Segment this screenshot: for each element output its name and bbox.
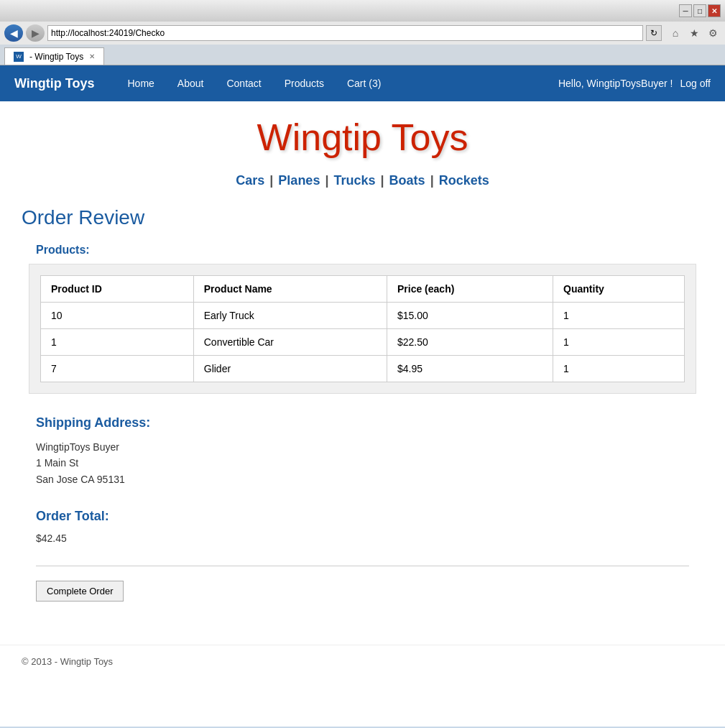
shipping-city: San Jose CA 95131 [36, 471, 689, 487]
order-review-title: Order Review [22, 206, 703, 229]
tabs-row: W - Wingtip Toys ✕ [0, 45, 725, 65]
footer-text: © 2013 - Wingtip Toys [22, 656, 113, 667]
navbar-nav: Home About Contact Products Cart (3) [116, 68, 393, 99]
order-total-section: Order Total: $42.45 [22, 502, 703, 558]
tab-title: - Wingtip Toys [29, 52, 83, 62]
close-button[interactable]: ✕ [708, 4, 721, 17]
nav-cart[interactable]: Cart (3) [336, 68, 392, 99]
sep-1: | [269, 173, 273, 188]
row3-id: 7 [41, 356, 194, 382]
row3-name: Glider [193, 356, 387, 382]
products-table-body: 10 Early Truck $15.00 1 1 Convertible Ca… [41, 303, 685, 382]
category-nav: Cars | Planes | Trucks | Boats | Rockets [0, 166, 725, 199]
row2-name: Convertible Car [193, 329, 387, 356]
browser-tab[interactable]: W - Wingtip Toys ✕ [4, 47, 104, 65]
products-table-wrapper: Product ID Product Name Price (each) Qua… [29, 264, 696, 394]
products-table-head: Product ID Product Name Price (each) Qua… [41, 276, 685, 303]
back-button[interactable]: ◀ [4, 24, 23, 42]
complete-order-section: Complete Order [22, 581, 703, 623]
sep-3: | [381, 173, 384, 188]
products-section-title: Products: [22, 244, 703, 257]
browser-chrome: ─ □ ✕ ◀ ▶ ↻ ⌂ ★ ⚙ W - Wingtip Toys ✕ [0, 0, 725, 65]
order-total-value: $42.45 [36, 533, 689, 544]
address-input[interactable] [47, 25, 643, 41]
row1-name: Early Truck [193, 303, 387, 329]
favorites-icon[interactable]: ★ [686, 25, 702, 41]
tab-favicon: W [14, 52, 24, 62]
maximize-button[interactable]: □ [693, 4, 706, 17]
col-product-id: Product ID [41, 276, 194, 303]
table-row: 7 Glider $4.95 1 [41, 356, 685, 382]
shipping-street: 1 Main St [36, 455, 689, 471]
category-planes[interactable]: Planes [278, 173, 320, 188]
site-title: Wingtip Toys [0, 116, 725, 159]
nav-products[interactable]: Products [273, 68, 336, 99]
row3-quantity: 1 [553, 356, 685, 382]
nav-contact[interactable]: Contact [215, 68, 272, 99]
forward-button[interactable]: ▶ [26, 24, 45, 42]
nav-about[interactable]: About [166, 68, 216, 99]
title-bar: ─ □ ✕ [0, 0, 725, 22]
shipping-address: WingtipToys Buyer 1 Main St San Jose CA … [36, 439, 689, 487]
site-footer: © 2013 - Wingtip Toys [0, 645, 725, 678]
complete-order-button[interactable]: Complete Order [36, 581, 124, 602]
sep-4: | [430, 173, 434, 188]
table-row: 10 Early Truck $15.00 1 [41, 303, 685, 329]
col-quantity: Quantity [553, 276, 685, 303]
navbar: Wingtip Toys Home About Contact Products… [0, 65, 725, 101]
site-header: Wingtip Toys [0, 101, 725, 166]
category-boats[interactable]: Boats [389, 173, 425, 188]
navbar-brand[interactable]: Wingtip Toys [14, 76, 95, 91]
refresh-button[interactable]: ↻ [646, 25, 662, 41]
sep-2: | [325, 173, 328, 188]
home-icon[interactable]: ⌂ [668, 25, 683, 41]
row2-price: $22.50 [387, 329, 553, 356]
nav-home[interactable]: Home [116, 68, 166, 99]
minimize-button[interactable]: ─ [679, 4, 692, 17]
row1-id: 10 [41, 303, 194, 329]
page-wrapper: Wingtip Toys Home About Contact Products… [0, 65, 725, 727]
col-product-name: Product Name [193, 276, 387, 303]
navbar-right: Hello, WingtipToysBuyer ! Log off [558, 78, 711, 89]
tab-close-button[interactable]: ✕ [89, 52, 95, 60]
table-header-row: Product ID Product Name Price (each) Qua… [41, 276, 685, 303]
divider [36, 566, 689, 566]
products-table: Product ID Product Name Price (each) Qua… [40, 275, 685, 382]
order-total-title: Order Total: [36, 509, 689, 524]
col-price: Price (each) [387, 276, 553, 303]
address-bar-row: ◀ ▶ ↻ ⌂ ★ ⚙ [0, 22, 725, 45]
logoff-link[interactable]: Log off [680, 78, 711, 89]
greeting-text: Hello, WingtipToysBuyer ! [558, 78, 673, 89]
row1-price: $15.00 [387, 303, 553, 329]
table-row: 1 Convertible Car $22.50 1 [41, 329, 685, 356]
row3-price: $4.95 [387, 356, 553, 382]
row2-id: 1 [41, 329, 194, 356]
shipping-title: Shipping Address: [36, 415, 689, 430]
main-content: Order Review Products: Product ID Produc… [0, 199, 725, 645]
shipping-name: WingtipToys Buyer [36, 439, 689, 455]
category-trucks[interactable]: Trucks [333, 173, 375, 188]
category-cars[interactable]: Cars [236, 173, 264, 188]
settings-icon[interactable]: ⚙ [705, 25, 721, 41]
shipping-section: Shipping Address: WingtipToys Buyer 1 Ma… [22, 408, 703, 502]
category-rockets[interactable]: Rockets [439, 173, 489, 188]
row2-quantity: 1 [553, 329, 685, 356]
row1-quantity: 1 [553, 303, 685, 329]
